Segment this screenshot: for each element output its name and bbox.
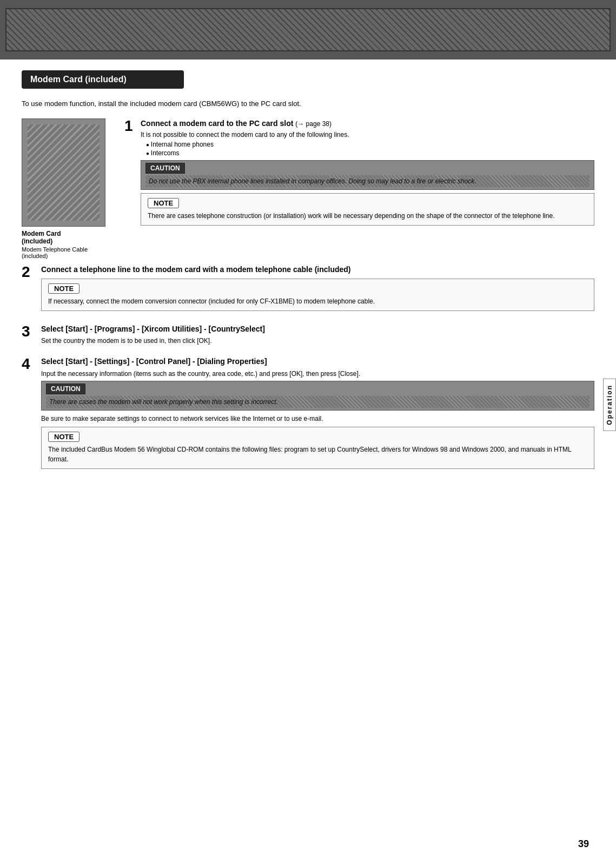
cable-label: Modem Telephone Cable (included) bbox=[22, 246, 114, 259]
step-4-title: Select [Start] - [Settings] - [Control P… bbox=[41, 356, 594, 366]
operation-tab: Operation bbox=[603, 379, 616, 431]
step-1-caution-text: Do not use the PBX internal phone lines … bbox=[145, 175, 589, 187]
device-image bbox=[22, 118, 105, 227]
step-4-note-text: The included CardBus Modem 56 Winglobal … bbox=[48, 445, 587, 464]
step-4-extra-text: Be sure to make separate settings to con… bbox=[41, 415, 594, 422]
step-4-caution: CAUTION There are cases the modem will n… bbox=[41, 381, 594, 411]
step-1-title: Connect a modem card to the PC card slot… bbox=[141, 118, 594, 129]
step-2: 2 Connect a telephone line to the modem … bbox=[22, 265, 594, 314]
step-1-note: NOTE There are cases telephone construct… bbox=[141, 193, 594, 226]
sidebar-image-section: Modem Card (included) Modem Telephone Ca… bbox=[22, 118, 114, 259]
step-1: 1 Connect a modem card to the PC card sl… bbox=[124, 118, 594, 229]
step-4-desc: Input the necessary information (items s… bbox=[41, 370, 594, 378]
step-4-note-label: NOTE bbox=[48, 432, 80, 442]
step-1-content: Connect a modem card to the PC card slot… bbox=[141, 118, 594, 226]
bullet-1: Internal home phones bbox=[146, 141, 594, 148]
banner-image bbox=[5, 8, 611, 51]
step-1-note-text: There are cases telephone construction (… bbox=[148, 211, 587, 221]
main-content: Modem Card (included) To use modem funct… bbox=[0, 60, 616, 504]
content-layout: Modem Card (included) Modem Telephone Ca… bbox=[22, 118, 594, 259]
step-1-caution: CAUTION Do not use the PBX internal phon… bbox=[141, 160, 594, 190]
step-4-caution-label: CAUTION bbox=[46, 384, 85, 394]
bullet-2: Intercoms bbox=[146, 149, 594, 157]
step-3-desc: Set the country the modem is to be used … bbox=[41, 337, 594, 345]
step-2-note-label: NOTE bbox=[48, 283, 80, 294]
step-3: 3 Select [Start] - [Programs] - [Xircom … bbox=[22, 324, 594, 347]
step-3-title: Select [Start] - [Programs] - [Xircom Ut… bbox=[41, 324, 594, 334]
section-header: Modem Card (included) bbox=[22, 70, 184, 89]
step-2-title: Connect a telephone line to the modem ca… bbox=[41, 265, 594, 274]
step-1-caution-label: CAUTION bbox=[145, 163, 185, 174]
step-1-bullets: Internal home phones Intercoms bbox=[146, 141, 594, 157]
step-4-number: 4 bbox=[22, 356, 30, 372]
step-4-content: Select [Start] - [Settings] - [Control P… bbox=[41, 356, 594, 468]
section-title: Modem Card (included) bbox=[30, 75, 127, 84]
top-banner bbox=[0, 0, 616, 60]
step-4-caution-text: There are cases the modem will not work … bbox=[46, 396, 589, 408]
step-3-content: Select [Start] - [Programs] - [Xircom Ut… bbox=[41, 324, 594, 345]
step-2-note: NOTE If necessary, connect the modem con… bbox=[41, 279, 594, 311]
intro-text: To use modem function, install the inclu… bbox=[22, 100, 594, 108]
step-2-note-text: If necessary, connect the modem conversi… bbox=[48, 296, 587, 306]
step-4: 4 Select [Start] - [Settings] - [Control… bbox=[22, 356, 594, 472]
step-3-number: 3 bbox=[22, 324, 30, 339]
step-2-content: Connect a telephone line to the modem ca… bbox=[41, 265, 594, 311]
step-1-number: 1 bbox=[124, 118, 133, 134]
step-1-note-label: NOTE bbox=[148, 198, 179, 208]
page-number: 39 bbox=[578, 838, 589, 850]
step-2-number: 2 bbox=[22, 265, 30, 280]
steps-section: 1 Connect a modem card to the PC card sl… bbox=[124, 118, 594, 259]
step-1-desc: It is not possible to connect the modem … bbox=[141, 131, 594, 138]
device-label: Modem Card (included) bbox=[22, 230, 114, 245]
step-4-note: NOTE The included CardBus Modem 56 Wingl… bbox=[41, 427, 594, 469]
